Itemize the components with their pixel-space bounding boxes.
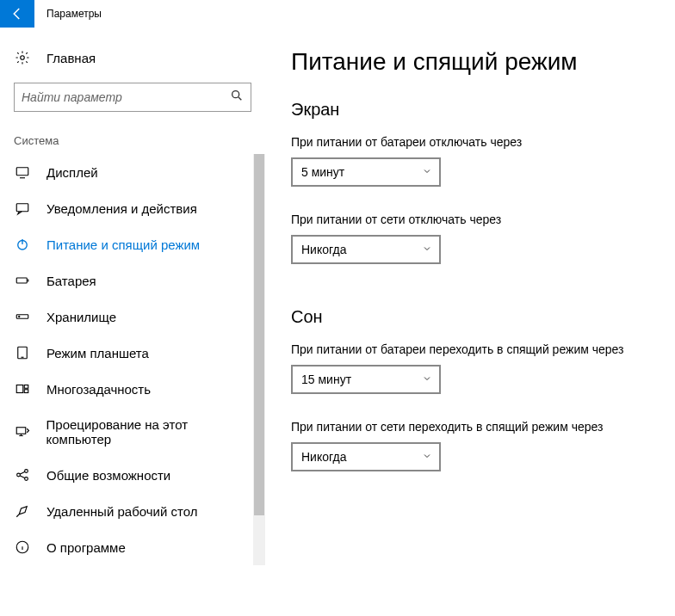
sidebar-item-label: Батарея (46, 274, 96, 288)
sleep-plugged-select[interactable]: Никогда (291, 442, 441, 471)
power-icon (14, 237, 31, 252)
screen-battery-select[interactable]: 5 минут (291, 157, 441, 187)
svg-point-13 (17, 473, 21, 477)
search-input[interactable] (22, 90, 230, 104)
sidebar-item-label: О программе (46, 540, 126, 555)
svg-point-15 (25, 477, 28, 481)
sidebar-item-label: Уведомления и действия (46, 201, 197, 216)
svg-rect-9 (16, 385, 23, 393)
battery-icon (14, 273, 31, 288)
sidebar-item-label: Режим планшета (46, 346, 149, 360)
sidebar-scrollbar[interactable] (253, 154, 265, 565)
svg-rect-3 (16, 204, 28, 212)
display-icon (14, 164, 31, 180)
sidebar-item-about[interactable]: О программе (0, 529, 265, 565)
sidebar-item-projecting[interactable]: Проецирование на этот компьютер (0, 407, 265, 457)
sleep-battery-select[interactable]: 15 минут (291, 365, 441, 394)
group-title-sleep: Сон (291, 307, 654, 327)
svg-point-7 (19, 316, 20, 317)
chevron-down-icon (422, 373, 432, 386)
screen-plugged-select[interactable]: Никогда (291, 235, 441, 264)
svg-point-1 (232, 91, 239, 98)
svg-point-14 (25, 470, 28, 473)
search-box[interactable] (14, 83, 251, 112)
storage-icon (14, 309, 31, 324)
sidebar-item-label: Удаленный рабочий стол (46, 504, 197, 519)
select-value: 15 минут (301, 373, 351, 386)
sidebar-item-label: Проецирование на этот компьютер (46, 417, 251, 447)
sidebar: Главная Система Дисплей (0, 28, 265, 616)
multitasking-icon (14, 381, 31, 397)
shared-icon (14, 467, 31, 483)
sidebar-item-shared[interactable]: Общие возможности (0, 457, 265, 493)
sidebar-item-notifications[interactable]: Уведомления и действия (0, 190, 265, 226)
home-button[interactable]: Главная (0, 41, 265, 74)
sidebar-item-remote[interactable]: Удаленный рабочий стол (0, 493, 265, 529)
sidebar-item-label: Дисплей (46, 165, 98, 180)
svg-rect-2 (16, 168, 28, 176)
projecting-icon (14, 424, 31, 440)
setting-label: При питании от батареи переходить в спящ… (291, 342, 654, 356)
tablet-icon (14, 345, 31, 360)
select-value: 5 минут (301, 165, 344, 179)
window-title: Параметры (46, 8, 102, 20)
svg-rect-5 (16, 278, 27, 283)
sidebar-item-display[interactable]: Дисплей (0, 154, 265, 190)
sidebar-item-label: Хранилище (46, 310, 116, 324)
back-button[interactable] (0, 0, 34, 28)
sidebar-item-label: Многозадачность (46, 382, 151, 397)
select-value: Никогда (301, 450, 346, 464)
about-icon (14, 539, 31, 555)
section-label: Система (0, 112, 265, 154)
setting-label: При питании от сети переходить в спящий … (291, 420, 654, 434)
setting-label: При питании от батареи отключать через (291, 135, 654, 149)
svg-rect-10 (24, 385, 28, 389)
sidebar-item-label: Питание и спящий режим (46, 237, 200, 252)
group-title-screen: Экран (291, 100, 654, 120)
notifications-icon (14, 200, 31, 216)
svg-point-0 (21, 56, 25, 60)
sidebar-item-storage[interactable]: Хранилище (0, 299, 265, 335)
sidebar-item-tablet[interactable]: Режим планшета (0, 335, 265, 371)
svg-rect-11 (24, 390, 28, 393)
search-icon (230, 89, 244, 106)
sidebar-item-battery[interactable]: Батарея (0, 262, 265, 299)
chevron-down-icon (422, 450, 432, 464)
chevron-down-icon (422, 243, 432, 256)
svg-rect-12 (16, 428, 26, 434)
page-title: Питание и спящий режим (291, 48, 654, 76)
main-content: Питание и спящий режим Экран При питании… (265, 28, 675, 616)
select-value: Никогда (301, 243, 346, 256)
sidebar-item-multitasking[interactable]: Многозадачность (0, 371, 265, 407)
sidebar-item-power[interactable]: Питание и спящий режим (0, 226, 265, 262)
remote-icon (14, 503, 31, 519)
home-label: Главная (46, 51, 96, 65)
chevron-down-icon (422, 165, 432, 179)
gear-icon (14, 50, 31, 65)
setting-label: При питании от сети отключать через (291, 213, 654, 226)
sidebar-item-label: Общие возможности (46, 468, 170, 483)
scrollbar-thumb[interactable] (254, 154, 264, 515)
